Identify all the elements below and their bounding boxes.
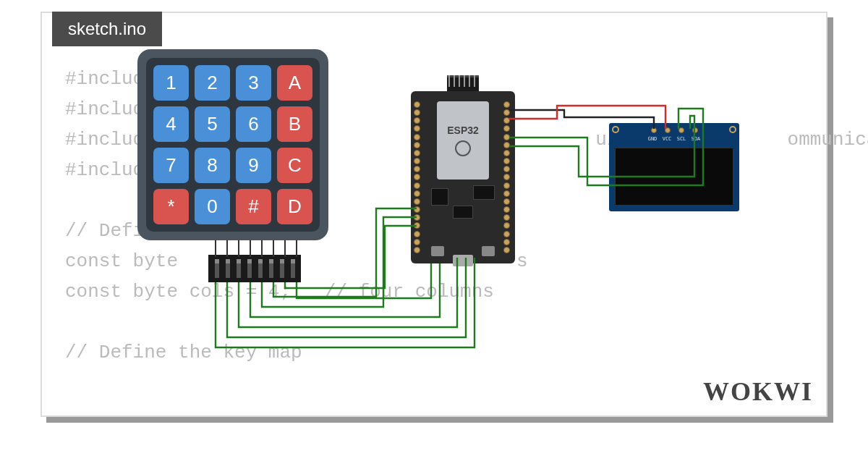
esp32-pin[interactable] [414, 222, 420, 229]
esp32-pin[interactable] [414, 239, 420, 245]
esp32-pin[interactable] [503, 109, 510, 116]
esp32-pin[interactable] [503, 206, 510, 213]
keypad-key-2[interactable]: 2 [195, 65, 230, 101]
esp32-pin[interactable] [503, 166, 510, 172]
esp32-pin[interactable] [503, 190, 510, 197]
oled-screen [615, 148, 733, 206]
esp32-pin[interactable] [414, 125, 420, 132]
esp32-pins-right [503, 101, 512, 253]
esp32-board[interactable]: ESP32 [411, 91, 515, 263]
esp32-pin[interactable] [414, 182, 420, 189]
keypad-key-C[interactable]: C [277, 148, 312, 183]
esp32-pin[interactable] [414, 190, 420, 197]
esp32-pins-left [414, 101, 422, 253]
keypad-key-5[interactable]: 5 [195, 106, 230, 142]
esp32-pin[interactable] [414, 117, 420, 124]
esp32-pin[interactable] [503, 222, 510, 229]
esp32-pin[interactable] [503, 247, 510, 253]
oled-pin-labels: GNDVCCSCLSDA [647, 136, 702, 142]
esp32-pin[interactable] [414, 206, 420, 213]
esp32-pin[interactable] [414, 142, 420, 148]
esp32-pin[interactable] [414, 231, 420, 237]
esp32-pin[interactable] [503, 142, 510, 148]
esp32-pin[interactable] [503, 158, 510, 164]
esp32-boot-button[interactable] [431, 246, 444, 256]
esp32-pin[interactable] [503, 214, 510, 221]
esp32-pin[interactable] [503, 134, 510, 140]
esp32-chips [428, 185, 498, 229]
esp32-pin[interactable] [503, 117, 510, 124]
keypad-key-8[interactable]: 8 [195, 148, 230, 183]
esp32-pin[interactable] [503, 150, 510, 156]
espressif-icon [455, 140, 471, 156]
esp32-pin[interactable] [414, 174, 420, 180]
esp32-label: ESP32 [447, 124, 479, 136]
wokwi-logo: WOKWI [703, 376, 813, 407]
esp32-pin[interactable] [503, 125, 510, 132]
keypad-connector [208, 255, 301, 282]
oled-pin-header [651, 127, 698, 133]
mounting-hole [612, 126, 619, 133]
esp32-usb-port [453, 255, 473, 266]
esp32-pin[interactable] [503, 174, 510, 180]
keypad-key-9[interactable]: 9 [236, 148, 271, 183]
esp32-pin[interactable] [414, 134, 420, 140]
esp32-pin[interactable] [503, 231, 510, 237]
keypad-key-6[interactable]: 6 [236, 106, 271, 142]
keypad-key-*[interactable]: * [153, 189, 189, 224]
file-tab[interactable]: sketch.ino [52, 12, 162, 46]
oled-pin-label: SCL [676, 136, 687, 142]
esp32-antenna [447, 75, 479, 91]
keypad-key-0[interactable]: 0 [195, 189, 230, 224]
esp32-shield: ESP32 [437, 101, 489, 180]
logo-text: WOKWI [703, 377, 813, 406]
esp32-pin[interactable] [414, 109, 420, 116]
keypad-key-D[interactable]: D [277, 189, 312, 224]
esp32-pin[interactable] [503, 101, 510, 108]
mounting-hole [729, 126, 736, 133]
file-tab-label: sketch.ino [68, 19, 146, 38]
oled-pin-label: GND [647, 136, 658, 142]
oled-display[interactable]: GNDVCCSCLSDA [609, 123, 739, 211]
keypad-grid: 123A456B789C*0#D [146, 58, 320, 232]
esp32-pin[interactable] [414, 247, 420, 253]
esp32-pin[interactable] [414, 150, 420, 156]
oled-pin-label: VCC [661, 136, 673, 142]
keypad-key-3[interactable]: 3 [236, 65, 271, 101]
esp32-pin[interactable] [414, 214, 420, 221]
oled-pin-label: SDA [690, 136, 702, 142]
keypad-component[interactable]: 123A456B789C*0#D [137, 49, 328, 240]
esp32-pin[interactable] [414, 198, 420, 205]
keypad-key-1[interactable]: 1 [153, 65, 189, 101]
esp32-pin[interactable] [414, 158, 420, 164]
keypad-key-A[interactable]: A [277, 65, 312, 101]
esp32-pin[interactable] [503, 198, 510, 205]
esp32-pin[interactable] [414, 166, 420, 172]
esp32-reset-button[interactable] [482, 246, 495, 256]
esp32-pin[interactable] [414, 101, 420, 108]
esp32-pin[interactable] [503, 182, 510, 189]
keypad-key-4[interactable]: 4 [153, 106, 189, 142]
keypad-key-B[interactable]: B [277, 106, 312, 142]
esp32-pin[interactable] [503, 239, 510, 245]
keypad-key-#[interactable]: # [236, 189, 271, 224]
keypad-key-7[interactable]: 7 [153, 148, 189, 183]
